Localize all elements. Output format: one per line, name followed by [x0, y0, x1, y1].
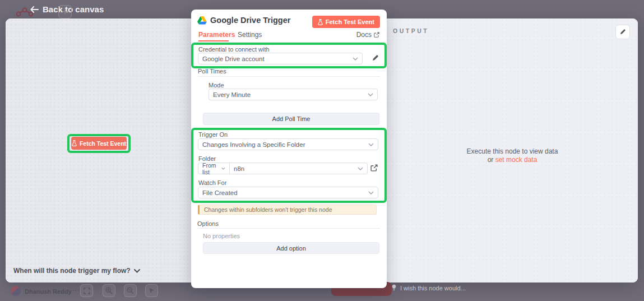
trigger-on-label: Trigger On	[198, 131, 228, 138]
no-properties-label: No properties	[203, 233, 240, 239]
zoom-to-fit-button[interactable]	[80, 284, 93, 297]
node-settings-panel: Google Drive Trigger Fetch Test Event Pa…	[191, 10, 387, 288]
watch-for-label: Watch For	[198, 179, 226, 186]
chevron-down-icon	[221, 167, 225, 170]
input-panel: Fetch Test Event When will this node tri…	[6, 18, 196, 283]
folder-value-select[interactable]: n8n	[229, 163, 368, 174]
node-feedback-label: I wish this node would...	[400, 285, 466, 291]
zoom-to-fit-icon	[84, 288, 90, 294]
set-mock-data-link[interactable]: set mock data	[495, 156, 538, 164]
fetch-test-event-header-button[interactable]: Fetch Test Event	[312, 16, 380, 28]
chevron-down-icon	[353, 57, 358, 61]
tab-parameters[interactable]: Parameters	[198, 31, 235, 39]
poll-times-divider	[198, 76, 380, 77]
output-empty-state: Execute this node to view data or set mo…	[387, 147, 638, 164]
add-poll-time-button[interactable]: Add Poll Time	[203, 113, 379, 125]
external-link-icon	[374, 32, 379, 38]
options-divider	[197, 228, 380, 229]
zoom-out-button[interactable]	[124, 284, 137, 297]
user-name[interactable]: Dhanush Reddy	[25, 288, 72, 295]
watch-for-select[interactable]: File Created	[198, 187, 378, 198]
app-root: Back to canvas + Fetch Test Event When w…	[0, 0, 644, 301]
tab-settings[interactable]: Settings	[238, 31, 262, 39]
output-empty-line1: Execute this node to view data	[387, 147, 638, 156]
trigger-question-toggle[interactable]: When will this node trigger my flow?	[13, 267, 140, 275]
credential-select[interactable]: Google Drive account	[198, 53, 363, 64]
folder-value: n8n	[234, 165, 244, 172]
folder-label: Folder	[198, 155, 216, 162]
back-arrow-icon	[30, 6, 39, 13]
lightbulb-icon	[391, 284, 397, 291]
fetch-test-event-label: Fetch Test Event	[80, 140, 126, 147]
chevron-down-icon	[358, 167, 363, 170]
trigger-question-label: When will this node trigger my flow?	[13, 267, 131, 275]
poll-times-label: Poll Times	[198, 68, 226, 75]
folder-mode-value: From list	[202, 162, 221, 175]
flask-icon	[318, 19, 323, 25]
docs-link[interactable]: Docs	[356, 31, 379, 39]
flask-icon	[72, 140, 77, 146]
fetch-test-event-header-label: Fetch Test Event	[326, 18, 374, 25]
credential-label: Credential to connect with	[198, 46, 270, 53]
subfolder-notice: Changes within subfolders won't trigger …	[198, 205, 377, 215]
chevron-down-icon	[368, 143, 374, 146]
trigger-on-select[interactable]: Changes Involving a Specific Folder	[198, 138, 378, 150]
open-folder-external-icon[interactable]	[370, 164, 378, 172]
cursor-pointer-icon	[149, 288, 155, 294]
zoom-in-button[interactable]	[103, 284, 115, 297]
mode-value: Every Minute	[213, 91, 251, 98]
zoom-out-icon	[127, 287, 134, 294]
edit-credential-icon[interactable]	[372, 54, 379, 62]
node-title: Google Drive Trigger	[210, 16, 290, 25]
fetch-test-event-button[interactable]: Fetch Test Event	[71, 137, 127, 150]
trigger-on-value: Changes Involving a Specific Folder	[202, 141, 305, 148]
chevron-down-icon	[368, 191, 374, 195]
tabs-divider	[191, 42, 387, 43]
folder-mode-select[interactable]: From list	[198, 163, 230, 174]
mode-label: Mode	[209, 82, 224, 89]
mode-select[interactable]: Every Minute	[209, 89, 378, 100]
user-menu-dots[interactable]: ⋯	[72, 286, 80, 294]
output-empty-or: or	[488, 156, 494, 164]
output-panel-title: OUTPUT	[393, 27, 429, 34]
output-panel: OUTPUT Execute this node to view data or…	[387, 18, 638, 283]
active-tab-underline	[198, 40, 229, 41]
watch-for-value: File Created	[202, 189, 238, 196]
chevron-down-icon	[368, 93, 373, 96]
node-feedback-link[interactable]: I wish this node would...	[391, 284, 466, 291]
docs-label: Docs	[356, 31, 372, 39]
google-drive-icon	[197, 16, 207, 25]
back-to-canvas-label: Back to canvas	[43, 4, 104, 14]
options-label: Options	[197, 220, 219, 227]
credential-value: Google Drive account	[202, 55, 265, 62]
pencil-icon	[619, 29, 626, 35]
edit-output-button[interactable]	[615, 25, 630, 39]
reset-view-button[interactable]	[145, 284, 158, 297]
user-avatar[interactable]	[11, 286, 21, 296]
add-option-button[interactable]: Add option	[203, 242, 379, 254]
add-node-button[interactable]: +	[58, 5, 72, 18]
chevron-down-icon	[134, 269, 140, 273]
zoom-in-icon	[105, 287, 113, 294]
